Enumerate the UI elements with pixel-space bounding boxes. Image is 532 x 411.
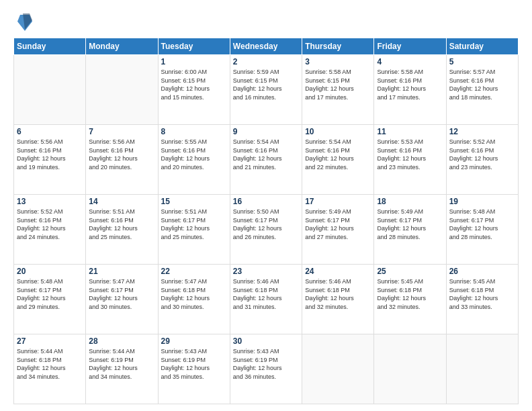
day-number: 16 — [233, 197, 299, 206]
weekday-header-saturday: Saturday — [446, 38, 518, 55]
calendar-week-4: 20Sunrise: 5:48 AM Sunset: 6:17 PM Dayli… — [14, 265, 519, 334]
day-info: Sunrise: 5:45 AM Sunset: 6:18 PM Dayligh… — [449, 277, 515, 311]
day-info: Sunrise: 5:45 AM Sunset: 6:18 PM Dayligh… — [377, 277, 443, 311]
day-info: Sunrise: 5:51 AM Sunset: 6:17 PM Dayligh… — [161, 208, 227, 241]
day-info: Sunrise: 6:00 AM Sunset: 6:15 PM Dayligh… — [161, 68, 227, 101]
top-section — [13, 12, 519, 31]
calendar-cell — [374, 334, 446, 404]
weekday-header-monday: Monday — [86, 38, 158, 55]
day-number: 4 — [377, 57, 443, 66]
day-number: 22 — [161, 267, 227, 276]
calendar-week-2: 6Sunrise: 5:56 AM Sunset: 6:16 PM Daylig… — [14, 125, 519, 195]
day-info: Sunrise: 5:52 AM Sunset: 6:16 PM Dayligh… — [449, 138, 515, 171]
day-number: 19 — [449, 197, 515, 206]
calendar-cell: 7Sunrise: 5:56 AM Sunset: 6:16 PM Daylig… — [86, 125, 158, 195]
day-number: 8 — [161, 127, 227, 136]
day-number: 18 — [377, 197, 443, 206]
day-number: 9 — [233, 127, 299, 136]
day-info: Sunrise: 5:54 AM Sunset: 6:16 PM Dayligh… — [233, 138, 299, 171]
calendar-cell: 14Sunrise: 5:51 AM Sunset: 6:16 PM Dayli… — [86, 195, 158, 265]
day-info: Sunrise: 5:47 AM Sunset: 6:17 PM Dayligh… — [89, 277, 154, 311]
day-info: Sunrise: 5:44 AM Sunset: 6:19 PM Dayligh… — [89, 347, 154, 381]
calendar-cell: 12Sunrise: 5:52 AM Sunset: 6:16 PM Dayli… — [446, 125, 518, 195]
weekday-header-friday: Friday — [374, 38, 446, 55]
logo — [13, 12, 32, 31]
day-number: 7 — [89, 127, 154, 136]
calendar-cell: 17Sunrise: 5:49 AM Sunset: 6:17 PM Dayli… — [302, 195, 374, 265]
day-info: Sunrise: 5:43 AM Sunset: 6:19 PM Dayligh… — [161, 347, 227, 381]
day-number: 26 — [449, 267, 515, 276]
calendar-cell: 24Sunrise: 5:46 AM Sunset: 6:18 PM Dayli… — [302, 265, 374, 334]
calendar-cell: 1Sunrise: 6:00 AM Sunset: 6:15 PM Daylig… — [158, 55, 230, 125]
calendar-cell — [14, 55, 86, 125]
calendar-cell: 25Sunrise: 5:45 AM Sunset: 6:18 PM Dayli… — [374, 265, 446, 334]
day-info: Sunrise: 5:48 AM Sunset: 6:17 PM Dayligh… — [449, 208, 515, 241]
day-info: Sunrise: 5:51 AM Sunset: 6:16 PM Dayligh… — [89, 208, 154, 241]
day-number: 21 — [89, 267, 154, 276]
calendar-cell: 19Sunrise: 5:48 AM Sunset: 6:17 PM Dayli… — [446, 195, 518, 265]
day-number: 10 — [305, 127, 371, 136]
day-number: 27 — [17, 336, 83, 346]
day-info: Sunrise: 5:58 AM Sunset: 6:15 PM Dayligh… — [305, 68, 371, 101]
day-number: 25 — [377, 267, 443, 276]
calendar-cell: 16Sunrise: 5:50 AM Sunset: 6:17 PM Dayli… — [230, 195, 302, 265]
day-number: 12 — [449, 127, 515, 136]
calendar-cell: 18Sunrise: 5:49 AM Sunset: 6:17 PM Dayli… — [374, 195, 446, 265]
calendar-cell: 6Sunrise: 5:56 AM Sunset: 6:16 PM Daylig… — [14, 125, 86, 195]
day-info: Sunrise: 5:55 AM Sunset: 6:16 PM Dayligh… — [161, 138, 227, 171]
day-info: Sunrise: 5:57 AM Sunset: 6:16 PM Dayligh… — [449, 68, 515, 101]
calendar-cell: 20Sunrise: 5:48 AM Sunset: 6:17 PM Dayli… — [14, 265, 86, 334]
day-number: 17 — [305, 197, 371, 206]
day-number: 2 — [233, 57, 299, 66]
day-number: 24 — [305, 267, 371, 276]
calendar-cell: 3Sunrise: 5:58 AM Sunset: 6:15 PM Daylig… — [302, 55, 374, 125]
weekday-header-tuesday: Tuesday — [158, 38, 230, 55]
weekday-header-thursday: Thursday — [302, 38, 374, 55]
day-number: 11 — [377, 127, 443, 136]
calendar-cell: 11Sunrise: 5:53 AM Sunset: 6:16 PM Dayli… — [374, 125, 446, 195]
day-number: 20 — [17, 267, 83, 276]
day-info: Sunrise: 5:43 AM Sunset: 6:19 PM Dayligh… — [233, 347, 299, 381]
calendar-week-3: 13Sunrise: 5:52 AM Sunset: 6:16 PM Dayli… — [14, 195, 519, 265]
day-info: Sunrise: 5:54 AM Sunset: 6:16 PM Dayligh… — [305, 138, 371, 171]
calendar-cell: 26Sunrise: 5:45 AM Sunset: 6:18 PM Dayli… — [446, 265, 518, 334]
weekday-header-wednesday: Wednesday — [230, 38, 302, 55]
day-number: 15 — [161, 197, 227, 206]
day-info: Sunrise: 5:56 AM Sunset: 6:16 PM Dayligh… — [17, 138, 83, 171]
day-info: Sunrise: 5:58 AM Sunset: 6:16 PM Dayligh… — [377, 68, 443, 101]
day-info: Sunrise: 5:47 AM Sunset: 6:18 PM Dayligh… — [161, 277, 227, 311]
calendar-cell — [446, 334, 518, 404]
calendar-header-row: SundayMondayTuesdayWednesdayThursdayFrid… — [14, 38, 519, 55]
day-info: Sunrise: 5:46 AM Sunset: 6:18 PM Dayligh… — [305, 277, 371, 311]
day-info: Sunrise: 5:46 AM Sunset: 6:18 PM Dayligh… — [233, 277, 299, 311]
day-number: 6 — [17, 127, 83, 136]
day-number: 13 — [17, 197, 83, 206]
day-info: Sunrise: 5:56 AM Sunset: 6:16 PM Dayligh… — [89, 138, 154, 171]
day-info: Sunrise: 5:59 AM Sunset: 6:15 PM Dayligh… — [233, 68, 299, 101]
day-info: Sunrise: 5:50 AM Sunset: 6:17 PM Dayligh… — [233, 208, 299, 241]
calendar-cell: 21Sunrise: 5:47 AM Sunset: 6:17 PM Dayli… — [86, 265, 158, 334]
day-info: Sunrise: 5:44 AM Sunset: 6:18 PM Dayligh… — [17, 347, 83, 381]
calendar-cell: 5Sunrise: 5:57 AM Sunset: 6:16 PM Daylig… — [446, 55, 518, 125]
day-number: 29 — [161, 336, 227, 346]
calendar-week-1: 1Sunrise: 6:00 AM Sunset: 6:15 PM Daylig… — [14, 55, 519, 125]
day-info: Sunrise: 5:52 AM Sunset: 6:16 PM Dayligh… — [17, 208, 83, 241]
day-number: 5 — [449, 57, 515, 66]
day-number: 23 — [233, 267, 299, 276]
calendar-cell: 23Sunrise: 5:46 AM Sunset: 6:18 PM Dayli… — [230, 265, 302, 334]
page: SundayMondayTuesdayWednesdayThursdayFrid… — [0, 0, 532, 411]
calendar-cell: 2Sunrise: 5:59 AM Sunset: 6:15 PM Daylig… — [230, 55, 302, 125]
day-info: Sunrise: 5:49 AM Sunset: 6:17 PM Dayligh… — [377, 208, 443, 241]
calendar: SundayMondayTuesdayWednesdayThursdayFrid… — [13, 38, 519, 404]
calendar-cell — [86, 55, 158, 125]
day-number: 30 — [233, 336, 299, 346]
day-number: 28 — [89, 336, 154, 346]
calendar-cell: 10Sunrise: 5:54 AM Sunset: 6:16 PM Dayli… — [302, 125, 374, 195]
calendar-week-5: 27Sunrise: 5:44 AM Sunset: 6:18 PM Dayli… — [14, 334, 519, 404]
day-info: Sunrise: 5:49 AM Sunset: 6:17 PM Dayligh… — [305, 208, 371, 241]
day-number: 1 — [161, 57, 227, 66]
calendar-cell: 22Sunrise: 5:47 AM Sunset: 6:18 PM Dayli… — [158, 265, 230, 334]
day-number: 3 — [305, 57, 371, 66]
calendar-cell: 13Sunrise: 5:52 AM Sunset: 6:16 PM Dayli… — [14, 195, 86, 265]
logo-icon — [17, 12, 32, 31]
